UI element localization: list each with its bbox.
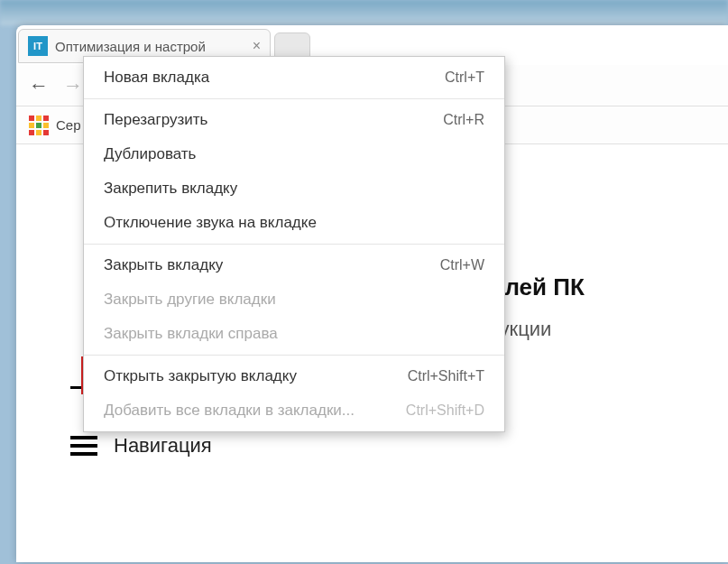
menu-item-label: Отключение звука на вкладке (104, 214, 317, 232)
apps-grid-icon[interactable] (29, 116, 49, 135)
tab-title: Оптимизация и настрой (55, 39, 247, 54)
menu-item[interactable]: ПерезагрузитьCtrl+R (84, 103, 504, 137)
menu-item[interactable]: Открыть закрытую вкладкуCtrl+Shift+T (84, 359, 504, 393)
menu-item-label: Открыть закрытую вкладку (104, 367, 297, 385)
menu-separator (84, 244, 504, 245)
menu-item-label: Закрыть другие вкладки (104, 291, 276, 309)
menu-item-shortcut: Ctrl+R (443, 112, 484, 128)
menu-item-shortcut: Ctrl+Shift+T (408, 368, 484, 384)
menu-item: Добавить все вкладки в закладки...Ctrl+S… (84, 393, 504, 428)
bookmark-item[interactable]: Сер (56, 117, 81, 133)
menu-item-label: Перезагрузить (104, 111, 207, 129)
menu-item-label: Закрыть вкладку (104, 256, 223, 274)
menu-item: Закрыть вкладки справа (84, 317, 504, 351)
window-titlebar (0, 0, 728, 25)
menu-separator (84, 98, 504, 99)
close-icon[interactable]: × (253, 38, 261, 54)
tab-context-menu: Новая вкладкаCtrl+TПерезагрузитьCtrl+RДу… (83, 56, 505, 432)
menu-separator (84, 355, 504, 356)
menu-item-label: Добавить все вкладки в закладки... (104, 402, 355, 420)
menu-item-label: Закрыть вкладки справа (104, 325, 278, 343)
menu-item[interactable]: Закрепить вкладку (84, 171, 504, 206)
menu-item-label: Новая вкладка (104, 69, 209, 87)
menu-item-label: Дублировать (104, 145, 196, 163)
navigation-menu[interactable]: Навигация (70, 434, 674, 458)
navigation-label: Навигация (114, 434, 212, 458)
hamburger-icon[interactable] (70, 436, 97, 456)
menu-item-label: Закрепить вкладку (104, 180, 237, 198)
menu-item: Закрыть другие вкладки (84, 282, 504, 317)
tab-favicon-icon: IT (28, 36, 48, 56)
forward-button: → (63, 74, 83, 97)
menu-item-shortcut: Ctrl+T (445, 69, 484, 86)
menu-item-shortcut: Ctrl+W (440, 257, 484, 273)
menu-item[interactable]: Закрыть вкладкуCtrl+W (84, 248, 504, 282)
menu-item[interactable]: Отключение звука на вкладке (84, 206, 504, 240)
menu-item[interactable]: Дублировать (84, 137, 504, 171)
menu-item[interactable]: Новая вкладкаCtrl+T (84, 60, 504, 95)
back-button[interactable]: ← (29, 74, 49, 97)
menu-item-shortcut: Ctrl+Shift+D (406, 402, 484, 419)
